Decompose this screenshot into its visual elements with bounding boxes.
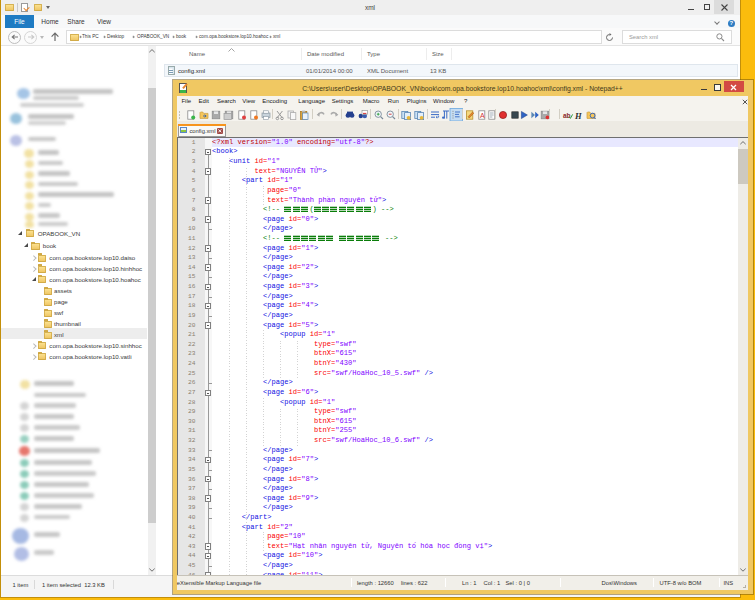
svg-text:H: H (574, 110, 582, 120)
svg-text:A: A (480, 112, 485, 119)
